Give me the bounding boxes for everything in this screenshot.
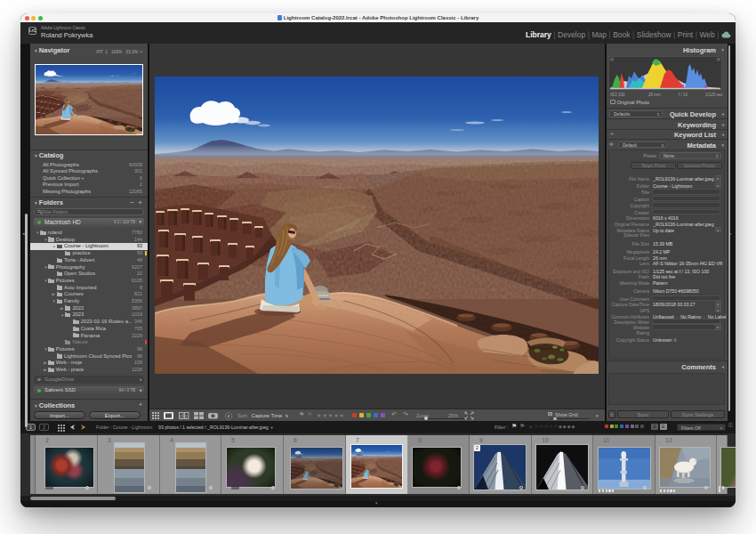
svg-text:y: y <box>185 414 188 418</box>
svg-text:x: x <box>180 414 182 418</box>
